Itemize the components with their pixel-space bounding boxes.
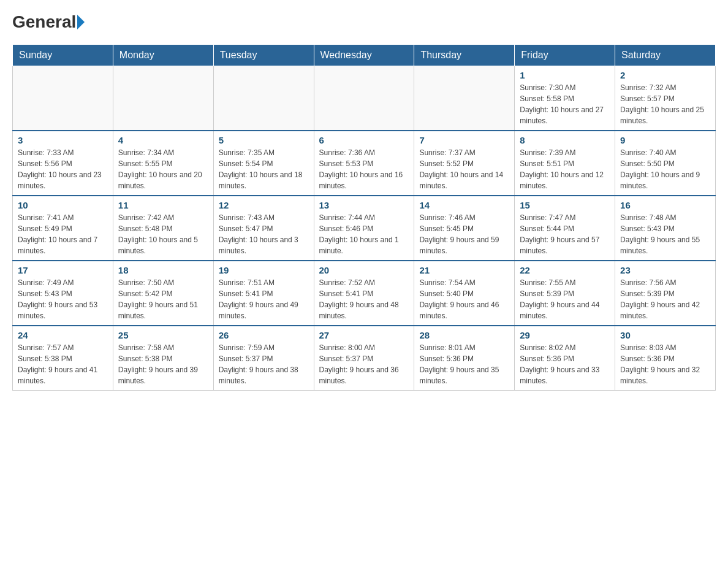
day-header-row: SundayMondayTuesdayWednesdayThursdayFrid…: [13, 45, 716, 66]
calendar-week-row: 10Sunrise: 7:41 AMSunset: 5:49 PMDayligh…: [13, 196, 716, 261]
day-info: Sunrise: 7:57 AMSunset: 5:38 PMDaylight:…: [18, 342, 108, 386]
day-info: Sunrise: 7:54 AMSunset: 5:40 PMDaylight:…: [419, 277, 509, 321]
day-of-week-header: Monday: [113, 45, 213, 66]
day-number: 9: [620, 135, 710, 145]
page-header: General: [12, 12, 716, 32]
day-info: Sunrise: 8:01 AMSunset: 5:36 PMDaylight:…: [419, 342, 509, 386]
day-info: Sunrise: 7:55 AMSunset: 5:39 PMDaylight:…: [520, 277, 610, 321]
calendar-cell: [213, 66, 314, 131]
calendar-cell: 8Sunrise: 7:39 AMSunset: 5:51 PMDaylight…: [515, 131, 615, 196]
day-number: 3: [18, 135, 108, 145]
day-info: Sunrise: 7:42 AMSunset: 5:48 PMDaylight:…: [118, 212, 208, 256]
calendar-cell: 28Sunrise: 8:01 AMSunset: 5:36 PMDayligh…: [414, 326, 515, 391]
calendar-cell: 9Sunrise: 7:40 AMSunset: 5:50 PMDaylight…: [615, 131, 716, 196]
day-number: 1: [520, 70, 610, 80]
calendar-cell: 13Sunrise: 7:44 AMSunset: 5:46 PMDayligh…: [314, 196, 414, 261]
day-info: Sunrise: 7:39 AMSunset: 5:51 PMDaylight:…: [520, 147, 610, 191]
day-info: Sunrise: 7:41 AMSunset: 5:49 PMDaylight:…: [18, 212, 108, 256]
day-number: 29: [520, 330, 610, 340]
day-of-week-header: Thursday: [414, 45, 515, 66]
day-number: 17: [18, 265, 108, 275]
calendar-header: SundayMondayTuesdayWednesdayThursdayFrid…: [13, 45, 716, 66]
day-info: Sunrise: 7:48 AMSunset: 5:43 PMDaylight:…: [620, 212, 710, 256]
day-number: 16: [620, 200, 710, 210]
logo-text: General: [12, 12, 86, 32]
day-info: Sunrise: 7:36 AMSunset: 5:53 PMDaylight:…: [319, 147, 409, 191]
day-info: Sunrise: 8:03 AMSunset: 5:36 PMDaylight:…: [620, 342, 710, 386]
calendar-cell: 16Sunrise: 7:48 AMSunset: 5:43 PMDayligh…: [615, 196, 716, 261]
day-number: 21: [419, 265, 509, 275]
calendar-table: SundayMondayTuesdayWednesdayThursdayFrid…: [12, 44, 716, 391]
calendar-cell: 23Sunrise: 7:56 AMSunset: 5:39 PMDayligh…: [615, 261, 716, 326]
calendar-cell: 6Sunrise: 7:36 AMSunset: 5:53 PMDaylight…: [314, 131, 414, 196]
calendar-cell: 18Sunrise: 7:50 AMSunset: 5:42 PMDayligh…: [113, 261, 213, 326]
day-of-week-header: Wednesday: [314, 45, 414, 66]
day-info: Sunrise: 8:00 AMSunset: 5:37 PMDaylight:…: [319, 342, 409, 386]
day-info: Sunrise: 7:49 AMSunset: 5:43 PMDaylight:…: [18, 277, 108, 321]
day-number: 19: [219, 265, 309, 275]
calendar-cell: 19Sunrise: 7:51 AMSunset: 5:41 PMDayligh…: [213, 261, 314, 326]
day-of-week-header: Sunday: [13, 45, 113, 66]
calendar-cell: [414, 66, 515, 131]
day-number: 23: [620, 265, 710, 275]
day-number: 10: [18, 200, 108, 210]
day-info: Sunrise: 7:59 AMSunset: 5:37 PMDaylight:…: [219, 342, 309, 386]
day-number: 13: [319, 200, 409, 210]
day-info: Sunrise: 7:33 AMSunset: 5:56 PMDaylight:…: [18, 147, 108, 191]
day-number: 7: [419, 135, 509, 145]
calendar-cell: 17Sunrise: 7:49 AMSunset: 5:43 PMDayligh…: [13, 261, 113, 326]
calendar-cell: 30Sunrise: 8:03 AMSunset: 5:36 PMDayligh…: [615, 326, 716, 391]
day-info: Sunrise: 7:46 AMSunset: 5:45 PMDaylight:…: [419, 212, 509, 256]
day-number: 15: [520, 200, 610, 210]
day-info: Sunrise: 7:44 AMSunset: 5:46 PMDaylight:…: [319, 212, 409, 256]
day-number: 8: [520, 135, 610, 145]
day-info: Sunrise: 7:34 AMSunset: 5:55 PMDaylight:…: [118, 147, 208, 191]
day-info: Sunrise: 7:37 AMSunset: 5:52 PMDaylight:…: [419, 147, 509, 191]
calendar-cell: [13, 66, 113, 131]
calendar-cell: 7Sunrise: 7:37 AMSunset: 5:52 PMDaylight…: [414, 131, 515, 196]
calendar-cell: [314, 66, 414, 131]
calendar-cell: 27Sunrise: 8:00 AMSunset: 5:37 PMDayligh…: [314, 326, 414, 391]
day-of-week-header: Saturday: [615, 45, 716, 66]
day-number: 22: [520, 265, 610, 275]
day-info: Sunrise: 7:51 AMSunset: 5:41 PMDaylight:…: [219, 277, 309, 321]
day-info: Sunrise: 7:43 AMSunset: 5:47 PMDaylight:…: [219, 212, 309, 256]
day-of-week-header: Friday: [515, 45, 615, 66]
day-info: Sunrise: 8:02 AMSunset: 5:36 PMDaylight:…: [520, 342, 610, 386]
calendar-cell: 22Sunrise: 7:55 AMSunset: 5:39 PMDayligh…: [515, 261, 615, 326]
day-info: Sunrise: 7:35 AMSunset: 5:54 PMDaylight:…: [219, 147, 309, 191]
day-number: 6: [319, 135, 409, 145]
calendar-cell: 20Sunrise: 7:52 AMSunset: 5:41 PMDayligh…: [314, 261, 414, 326]
day-info: Sunrise: 7:58 AMSunset: 5:38 PMDaylight:…: [118, 342, 208, 386]
day-number: 28: [419, 330, 509, 340]
day-number: 26: [219, 330, 309, 340]
logo: General: [12, 12, 86, 32]
calendar-cell: 10Sunrise: 7:41 AMSunset: 5:49 PMDayligh…: [13, 196, 113, 261]
calendar-week-row: 3Sunrise: 7:33 AMSunset: 5:56 PMDaylight…: [13, 131, 716, 196]
day-info: Sunrise: 7:50 AMSunset: 5:42 PMDaylight:…: [118, 277, 208, 321]
calendar-week-row: 1Sunrise: 7:30 AMSunset: 5:58 PMDaylight…: [13, 66, 716, 131]
calendar-week-row: 17Sunrise: 7:49 AMSunset: 5:43 PMDayligh…: [13, 261, 716, 326]
calendar-week-row: 24Sunrise: 7:57 AMSunset: 5:38 PMDayligh…: [13, 326, 716, 391]
day-of-week-header: Tuesday: [213, 45, 314, 66]
day-info: Sunrise: 7:32 AMSunset: 5:57 PMDaylight:…: [620, 82, 710, 126]
calendar-cell: 3Sunrise: 7:33 AMSunset: 5:56 PMDaylight…: [13, 131, 113, 196]
calendar-cell: 2Sunrise: 7:32 AMSunset: 5:57 PMDaylight…: [615, 66, 716, 131]
day-number: 5: [219, 135, 309, 145]
day-number: 18: [118, 265, 208, 275]
calendar-cell: 24Sunrise: 7:57 AMSunset: 5:38 PMDayligh…: [13, 326, 113, 391]
day-number: 12: [219, 200, 309, 210]
day-number: 30: [620, 330, 710, 340]
calendar-cell: 5Sunrise: 7:35 AMSunset: 5:54 PMDaylight…: [213, 131, 314, 196]
calendar-cell: 4Sunrise: 7:34 AMSunset: 5:55 PMDaylight…: [113, 131, 213, 196]
calendar-cell: 21Sunrise: 7:54 AMSunset: 5:40 PMDayligh…: [414, 261, 515, 326]
logo-triangle-icon: [77, 15, 85, 29]
calendar-cell: 11Sunrise: 7:42 AMSunset: 5:48 PMDayligh…: [113, 196, 213, 261]
day-number: 4: [118, 135, 208, 145]
calendar-cell: 15Sunrise: 7:47 AMSunset: 5:44 PMDayligh…: [515, 196, 615, 261]
day-info: Sunrise: 7:30 AMSunset: 5:58 PMDaylight:…: [520, 82, 610, 126]
calendar-cell: [113, 66, 213, 131]
day-info: Sunrise: 7:40 AMSunset: 5:50 PMDaylight:…: [620, 147, 710, 191]
calendar-cell: 1Sunrise: 7:30 AMSunset: 5:58 PMDaylight…: [515, 66, 615, 131]
calendar-cell: 12Sunrise: 7:43 AMSunset: 5:47 PMDayligh…: [213, 196, 314, 261]
